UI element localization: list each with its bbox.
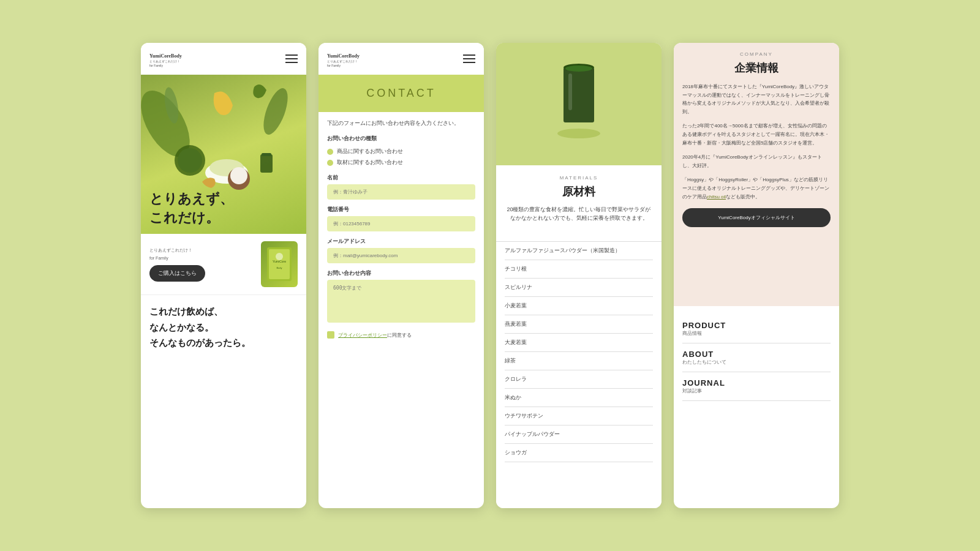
list-item: 大麦若葉 [505, 334, 653, 352]
product-section: とりあえずこれだけ！ for Family ご購入はこちら YumiCore B… [141, 234, 306, 294]
privacy-checkbox[interactable] [327, 331, 334, 339]
list-item: 小麦若葉 [505, 297, 653, 315]
list-item: 燕麦若葉 [505, 315, 653, 334]
privacy-checkbox-row[interactable]: プライバシーポリシーに同意する [327, 331, 475, 339]
logo-icon-f2: YumiCoreBody とりあえずこれだけ！ for Family [327, 50, 364, 67]
list-item: アルファルファジュースパウダー（米国製造） [505, 242, 653, 260]
phone-input[interactable] [327, 216, 475, 231]
contact-banner: CONTACT [318, 75, 484, 112]
contact-title: CONTACT [331, 87, 472, 100]
email-field-group: メールアドレス [327, 238, 475, 263]
svg-point-28 [557, 129, 600, 138]
phone-label: 電話番号 [327, 206, 475, 214]
svg-text:とりあえずこれだけ！: とりあえずこれだけ！ [327, 59, 358, 64]
bottom-text-line2: なんとかなる。 [149, 320, 298, 335]
materials-header: MATERIALS 原材料 20種類の豊富な食材を濃縮。忙しい毎日で野菜やサラダ… [496, 165, 662, 241]
nav-about-en: ABOUT [682, 350, 831, 359]
nav-item-about[interactable]: ABOUT わたしたちについて [682, 343, 831, 372]
radio-group: 商品に関するお問い合わせ 取材に関するお問い合わせ [327, 148, 475, 167]
list-item: クロレラ [505, 370, 653, 389]
svg-text:for Family: for Family [327, 64, 341, 67]
materials-description: 20種類の豊富な食材を濃縮。忙しい毎日で野菜やサラダがなかなかとれない方でも、気… [505, 205, 653, 223]
company-desc5-text: なども販売中。 [726, 194, 760, 200]
company-desc1: 2018年麻布十番にてスタートした『YumiCoreBody』激しいアウターマッ… [682, 83, 831, 116]
company-title-jp: 企業情報 [682, 61, 831, 75]
nav-journal-jp: 対談記事 [682, 388, 831, 394]
hero-text-line2: これだけ。 [149, 209, 233, 228]
official-site-button[interactable]: YumiCoreBodyオフィシャルサイト [682, 208, 831, 227]
nav-item-product[interactable]: PRODUCT 商品情報 [682, 315, 831, 343]
inquiry-type-label: お問い合わせの種類 [327, 135, 475, 143]
message-textarea[interactable] [327, 280, 475, 323]
svg-text:YumiCoreBody: YumiCoreBody [327, 53, 360, 59]
hamburger-menu[interactable] [285, 54, 298, 63]
hero-section: とりあえず、 これだけ。 [141, 75, 306, 234]
company-desc4-row: 「Hoggsy」や「HoggsyRoller」や「HoggsyPlus」などの筋… [682, 176, 831, 201]
svg-point-13 [230, 167, 247, 184]
name-label: 名前 [327, 174, 475, 182]
hamburger-menu-f2[interactable] [463, 54, 475, 63]
frame-materials: MATERIALS 原材料 20種類の豊富な食材を濃縮。忙しい毎日で野菜やサラダ… [496, 43, 662, 508]
frame-company: COMPANY 企業情報 2018年麻布十番にてスタートした『YumiCoreB… [674, 43, 839, 508]
list-item: チコリ根 [505, 260, 653, 279]
hero-illustration [141, 75, 306, 209]
product-tagline1: とりあえずこれだけ！ [149, 247, 255, 253]
frame-contact: YumiCoreBody とりあえずこれだけ！ for Family CONTA… [318, 43, 484, 508]
radio-item-1[interactable]: 取材に関するお問い合わせ [327, 159, 475, 167]
logo-icon: YumiCoreBody とりあえずこれだけ！ for Family [149, 50, 186, 67]
phone-field-group: 電話番号 [327, 206, 475, 231]
bottom-text-line1: これだけ飲めば、 [149, 304, 298, 320]
radio-label-0: 商品に関するお問い合わせ [337, 148, 403, 156]
svg-text:とりあえずこれだけ！: とりあえずこれだけ！ [149, 59, 180, 64]
materials-section-en: MATERIALS [505, 175, 653, 181]
list-item: 米ぬか [505, 389, 653, 407]
nav-about-jp: わたしたちについて [682, 359, 831, 365]
list-item: ウチワサボテン [505, 407, 653, 425]
materials-content: MATERIALS 原材料 20種類の豊富な食材を濃縮。忙しい毎日で野菜やサラダ… [496, 165, 662, 508]
product-box-icon: YumiCore Body [264, 244, 295, 284]
list-item: 緑茶 [505, 352, 653, 370]
company-desc2: たった2年間で400名→5000名まで顧客が増え、女性悩みの問題のある健康ボディ… [682, 122, 831, 147]
svg-rect-23 [564, 67, 594, 122]
product-tagline2: for Family [149, 256, 255, 260]
frame2-header: YumiCoreBody とりあえずこれだけ！ for Family [318, 43, 484, 75]
materials-hero-illustration [496, 43, 662, 165]
logo: YumiCoreBody とりあえずこれだけ！ for Family [149, 50, 186, 67]
logo-f2: YumiCoreBody とりあえずこれだけ！ for Family [327, 50, 364, 67]
nav-product-jp: 商品情報 [682, 330, 831, 337]
svg-point-18 [276, 253, 283, 260]
message-label: お問い合わせ内容 [327, 269, 475, 277]
svg-rect-9 [262, 153, 271, 156]
purchase-button[interactable]: ご購入はこちら [149, 265, 205, 282]
list-item: パイナップルパウダー [505, 425, 653, 444]
company-desc3: 2020年4月に『YumiCoreBodyオンラインレッスン』もスタートし、大好… [682, 153, 831, 170]
contact-form-body: 下記のフォームにお問い合わせ内容を入力ください。 お問い合わせの種類 商品に関す… [318, 112, 484, 498]
name-input[interactable] [327, 184, 475, 200]
email-input[interactable] [327, 248, 475, 263]
svg-point-5 [178, 148, 202, 173]
radio-dot-0 [327, 149, 333, 155]
ingredient-list: アルファルファジュースパウダー（米国製造） チコリ根 スピルリナ 小麦若葉 燕麦… [496, 241, 662, 462]
nav-item-journal[interactable]: JOURNAL 対談記事 [682, 372, 831, 401]
radio-dot-1 [327, 160, 333, 166]
privacy-link[interactable]: プライバシーポリシー [338, 332, 387, 338]
hero-text-line1: とりあえず、 [149, 190, 233, 209]
radio-item-0[interactable]: 商品に関するお問い合わせ [327, 148, 475, 156]
bottom-text-section: これだけ飲めば、 なんとかなる。 そんなものがあったら。 [141, 294, 306, 359]
radio-label-1: 取材に関するお問い合わせ [337, 159, 403, 167]
company-link[interactable]: chitsu oil [707, 194, 726, 200]
email-label: メールアドレス [327, 238, 475, 246]
svg-text:for Family: for Family [149, 64, 163, 67]
materials-section-jp: 原材料 [505, 184, 653, 199]
svg-point-27 [565, 66, 592, 72]
nav-section: PRODUCT 商品情報 ABOUT わたしたちについて JOURNAL 対談記… [674, 306, 839, 410]
svg-text:Body: Body [276, 266, 282, 269]
frame1-header: YumiCoreBody とりあえずこれだけ！ for Family [141, 43, 306, 75]
svg-rect-8 [260, 154, 273, 173]
message-field-group: お問い合わせ内容 [327, 269, 475, 325]
svg-text:YumiCoreBody: YumiCoreBody [149, 53, 182, 59]
nav-journal-en: JOURNAL [682, 378, 831, 388]
product-image: YumiCore Body [261, 241, 298, 287]
company-label-en: COMPANY [682, 51, 831, 57]
name-field-group: 名前 [327, 174, 475, 200]
